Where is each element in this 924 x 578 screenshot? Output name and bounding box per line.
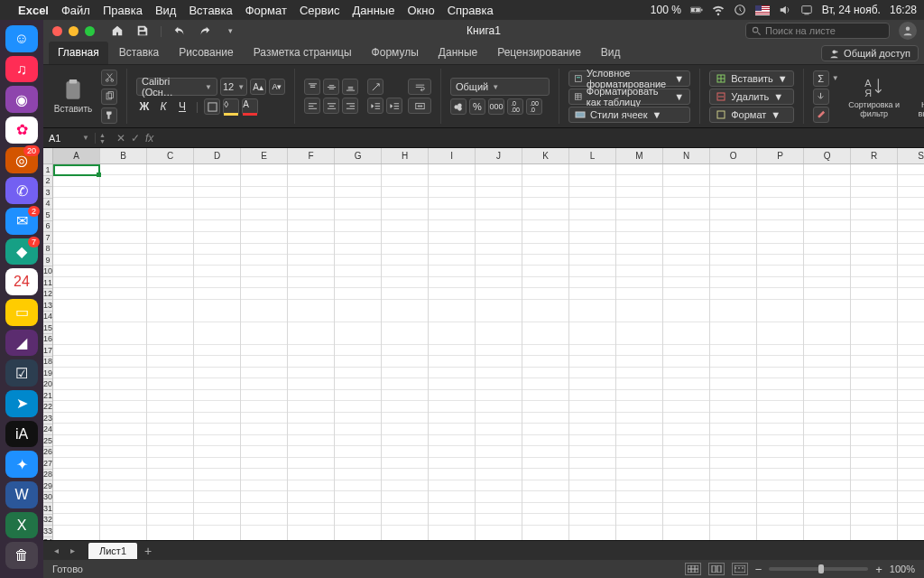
- name-box[interactable]: A1▼: [43, 133, 96, 144]
- align-bottom-icon[interactable]: [342, 79, 358, 95]
- percent-icon[interactable]: %: [469, 98, 485, 115]
- volume-icon[interactable]: [779, 4, 791, 16]
- view-page-break-icon[interactable]: [732, 563, 748, 575]
- menubar-item[interactable]: Сервис: [300, 4, 340, 17]
- decrease-decimal-icon[interactable]: .00.0: [526, 98, 542, 115]
- namebox-stepper[interactable]: ▲▼: [96, 132, 109, 144]
- cancel-formula-icon[interactable]: ✕: [116, 132, 125, 144]
- menubar-item[interactable]: Вид: [155, 4, 177, 17]
- save-icon[interactable]: [134, 23, 151, 39]
- column-header[interactable]: F: [288, 148, 335, 163]
- dock-app-mail[interactable]: ✉2: [5, 208, 38, 235]
- dock-trash[interactable]: 🗑: [5, 542, 38, 569]
- decrease-font-icon[interactable]: A▾: [269, 79, 285, 95]
- spotlight-icon[interactable]: [800, 4, 813, 16]
- row-header[interactable]: 6: [43, 221, 52, 233]
- row-header[interactable]: 4: [43, 199, 52, 210]
- italic-button[interactable]: К: [155, 100, 171, 113]
- sheet-nav-first-icon[interactable]: ◂: [49, 544, 63, 558]
- ribbon-tab[interactable]: Формулы: [363, 42, 428, 64]
- menubar-item[interactable]: Вставка: [189, 4, 232, 17]
- formula-input[interactable]: [161, 128, 924, 147]
- dock-app-todo[interactable]: ☑: [5, 359, 38, 387]
- row-header[interactable]: 17: [43, 345, 52, 357]
- row-header[interactable]: 14: [43, 312, 52, 323]
- column-header[interactable]: M: [616, 148, 663, 163]
- format-as-table-button[interactable]: Форматировать как таблицу▼: [568, 89, 690, 105]
- search-sheet-input[interactable]: Поиск на листе: [745, 23, 890, 39]
- paste-button[interactable]: Вставить: [51, 79, 96, 114]
- row-header[interactable]: 27: [43, 458, 52, 470]
- row-header[interactable]: 15: [43, 322, 52, 334]
- underline-button[interactable]: Ч: [174, 100, 190, 113]
- menubar-item[interactable]: Окно: [407, 4, 434, 17]
- format-cells-button[interactable]: Формат▼: [709, 107, 794, 123]
- column-header[interactable]: D: [194, 148, 241, 163]
- delete-cells-button[interactable]: Удалить▼: [709, 89, 794, 105]
- align-middle-icon[interactable]: [323, 79, 339, 95]
- dock-app-telegram[interactable]: ➤: [5, 390, 38, 417]
- wifi-icon[interactable]: [712, 4, 725, 16]
- ribbon-tab[interactable]: Вид: [592, 42, 630, 64]
- row-header[interactable]: 8: [43, 244, 52, 256]
- menubar-item[interactable]: Excel: [18, 4, 49, 17]
- increase-font-icon[interactable]: A▴: [250, 79, 266, 95]
- menubar-item[interactable]: Правка: [103, 4, 143, 17]
- ribbon-tab[interactable]: Разметка страницы: [245, 42, 361, 64]
- column-header[interactable]: E: [241, 148, 288, 163]
- dock-app-affinity[interactable]: ◢: [5, 330, 38, 357]
- row-header[interactable]: 2: [43, 176, 52, 188]
- dock-app-app-red[interactable]: ◎20: [5, 147, 38, 174]
- dock-app-app-teal[interactable]: ◆7: [5, 238, 38, 266]
- row-header[interactable]: 24: [43, 424, 52, 436]
- fill-down-icon[interactable]: [813, 89, 829, 105]
- row-header[interactable]: 32: [43, 515, 52, 527]
- column-header[interactable]: N: [663, 148, 710, 163]
- sort-filter-button[interactable]: AЯ Сортировка и фильтр: [845, 75, 904, 118]
- ribbon-tab[interactable]: Вставка: [110, 42, 169, 64]
- row-header[interactable]: 20: [43, 379, 52, 391]
- dock-app-finder[interactable]: ☺: [5, 25, 38, 52]
- font-size-combo[interactable]: 12▼: [220, 78, 247, 96]
- row-header[interactable]: 10: [43, 266, 52, 278]
- align-center-icon[interactable]: [323, 98, 339, 114]
- clear-icon[interactable]: [813, 107, 829, 123]
- zoom-percent[interactable]: 100%: [890, 564, 915, 574]
- column-header[interactable]: S: [898, 148, 924, 163]
- column-header[interactable]: K: [522, 148, 569, 163]
- zoom-slider[interactable]: [769, 567, 868, 571]
- orientation-icon[interactable]: [367, 79, 383, 95]
- increase-indent-icon[interactable]: [386, 98, 402, 114]
- cells-area[interactable]: [53, 164, 924, 540]
- row-header[interactable]: 13: [43, 300, 52, 312]
- menubar-date[interactable]: Вт, 24 нояб.: [822, 4, 881, 16]
- column-header[interactable]: P: [757, 148, 804, 163]
- merge-cells-icon[interactable]: [408, 98, 431, 114]
- row-header[interactable]: 25: [43, 435, 52, 447]
- ribbon-tab[interactable]: Данные: [430, 42, 486, 64]
- align-left-icon[interactable]: [304, 98, 320, 114]
- dock-app-podcasts[interactable]: ◉: [5, 86, 38, 113]
- row-header[interactable]: 21: [43, 390, 52, 402]
- row-header[interactable]: 26: [43, 447, 52, 459]
- font-color-button[interactable]: A: [242, 98, 258, 115]
- dock-app-photos[interactable]: ✿: [5, 117, 38, 144]
- dock-app-excel[interactable]: X: [5, 512, 38, 539]
- autosum-icon[interactable]: Σ: [813, 70, 829, 87]
- row-headers[interactable]: 1234567891011121314151617181920212223242…: [43, 148, 53, 540]
- column-header[interactable]: A: [53, 148, 100, 163]
- dock-app-safari[interactable]: ✦: [5, 451, 38, 478]
- row-header[interactable]: 29: [43, 480, 52, 492]
- row-header[interactable]: 5: [43, 210, 52, 221]
- spreadsheet-grid[interactable]: 1234567891011121314151617181920212223242…: [43, 148, 924, 540]
- row-header[interactable]: 12: [43, 289, 52, 301]
- border-button[interactable]: [204, 98, 220, 115]
- minimize-window-button[interactable]: [69, 26, 79, 36]
- sheet-nav-next-icon[interactable]: ▸: [65, 544, 79, 558]
- format-painter-icon[interactable]: [101, 107, 117, 124]
- menubar-time[interactable]: 16:28: [890, 4, 917, 16]
- column-header[interactable]: B: [100, 148, 147, 163]
- row-header[interactable]: 11: [43, 277, 52, 289]
- row-header[interactable]: 19: [43, 368, 52, 379]
- row-header[interactable]: 28: [43, 470, 52, 481]
